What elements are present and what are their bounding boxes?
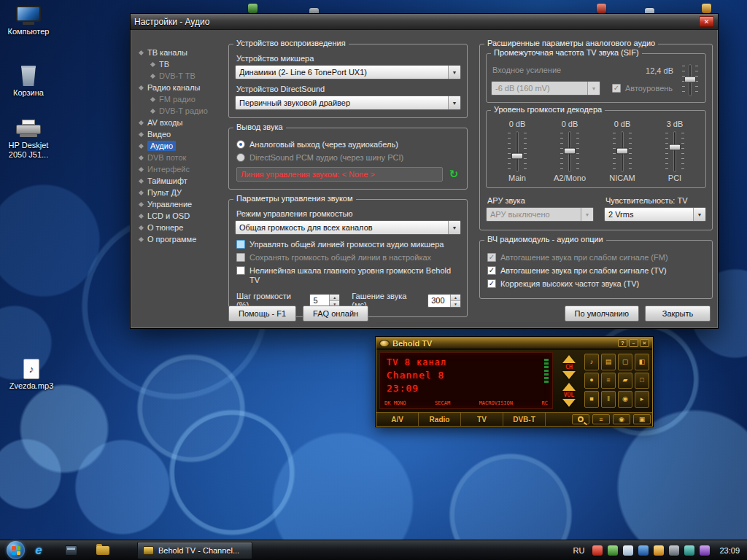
desktop-icon-zvezda-mp3[interactable]: ♪ Zvezda.mp3 xyxy=(6,359,57,391)
tree-item-remote[interactable]: Пульт ДУ xyxy=(138,187,227,198)
tab-radio[interactable]: Radio xyxy=(419,413,461,426)
teletext-button[interactable]: ▤ xyxy=(601,354,616,370)
fm-autosquelch-checkbox[interactable]: ✓ xyxy=(487,253,496,262)
tree-item-control[interactable]: Управление xyxy=(138,198,227,210)
tray-icon-1[interactable] xyxy=(592,545,603,556)
equalizer-button[interactable]: ≡ xyxy=(592,414,610,424)
tree-item-about-program[interactable]: О программе xyxy=(138,233,227,245)
decoder-slider-nicam[interactable] xyxy=(613,131,632,172)
tree-item-radio-channels[interactable]: Радио каналы xyxy=(138,82,227,93)
record-indicator-button[interactable]: ◉ xyxy=(613,414,630,424)
channel-up-button[interactable] xyxy=(562,355,576,363)
fullscreen-button[interactable]: □ xyxy=(635,373,649,389)
slider-handle[interactable] xyxy=(684,77,696,83)
player-titlebar[interactable]: Behold TV ? – ✕ xyxy=(376,338,652,349)
directsound-device-select[interactable]: Первичный звуковой драйвер ▼ xyxy=(235,96,461,110)
tree-item-av-inputs[interactable]: AV входы xyxy=(138,117,227,128)
stop-button[interactable]: ■ xyxy=(584,391,599,408)
tab-dvbt[interactable]: DVB-T xyxy=(503,413,546,426)
decoder-slider-pci[interactable] xyxy=(665,131,684,172)
tree-item-lcd-osd[interactable]: LCD и OSD xyxy=(138,210,227,222)
internet-explorer-icon[interactable]: e xyxy=(31,542,47,559)
hf-correction-checkbox[interactable]: ✓ xyxy=(487,279,496,288)
master-line-checkbox[interactable] xyxy=(236,240,245,249)
channel-down-button[interactable] xyxy=(562,371,576,379)
tree-item-video[interactable]: Видео xyxy=(138,128,227,140)
desktop-shortcut-icon[interactable] xyxy=(702,4,711,13)
window-shade-button[interactable]: ▣ xyxy=(633,414,651,424)
player-close-button[interactable]: ✕ xyxy=(640,339,649,347)
spin-up-icon[interactable]: ▲ xyxy=(330,295,339,301)
slider-handle[interactable] xyxy=(669,144,681,151)
tab-tv[interactable]: TV xyxy=(461,413,503,426)
autolevel-checkbox[interactable]: ✓ xyxy=(612,84,621,93)
analog-output-radio[interactable] xyxy=(236,140,245,149)
network-icon[interactable] xyxy=(684,545,694,556)
mixer-button[interactable]: ▰ xyxy=(618,373,632,389)
player-help-button[interactable]: ? xyxy=(618,339,627,347)
tray-icon-5[interactable] xyxy=(654,545,664,556)
tree-item-timeshift[interactable]: Таймшифт xyxy=(138,175,227,187)
player-minimize-button[interactable]: – xyxy=(629,339,638,347)
pause-button[interactable]: ‖ xyxy=(601,391,616,408)
faq-online-button[interactable]: FAQ онлайн xyxy=(303,306,368,322)
tree-item-fm-radio[interactable]: FM радио xyxy=(138,93,227,105)
playlist-button[interactable]: ≡ xyxy=(601,373,616,389)
tray-icon-2[interactable] xyxy=(608,545,618,556)
nonlinear-scale-checkbox[interactable] xyxy=(236,266,245,275)
mute-delay-spinner[interactable]: 300 ▲▼ xyxy=(427,294,461,308)
tree-item-about-tuner[interactable]: О тюнере xyxy=(138,222,227,233)
tree-item-tv[interactable]: ТВ xyxy=(138,58,227,70)
sif-gain-slider[interactable] xyxy=(682,64,698,96)
desktop-shortcut-icon[interactable] xyxy=(597,4,606,13)
slider-handle[interactable] xyxy=(616,147,628,154)
tab-av[interactable]: A/V xyxy=(376,413,419,426)
window-app-icon[interactable] xyxy=(63,542,79,559)
tray-icon-3[interactable] xyxy=(623,545,633,556)
slider-handle[interactable] xyxy=(564,147,576,154)
decoder-slider-main[interactable] xyxy=(508,131,527,172)
save-volume-checkbox[interactable] xyxy=(236,253,245,262)
desktop-icon-printer[interactable]: HP Deskjet 2050 J51... xyxy=(3,120,54,160)
desktop-icon-recycle-bin[interactable]: Корзина xyxy=(3,64,54,98)
language-indicator[interactable]: RU xyxy=(573,546,585,555)
zoom-button[interactable] xyxy=(572,414,589,424)
clock[interactable]: 23:09 xyxy=(719,546,740,555)
dialog-close-button[interactable]: ✕ xyxy=(699,16,714,27)
taskbar-button-behold-tv[interactable]: Behold TV - Channel... xyxy=(137,542,252,559)
volume-down-button[interactable] xyxy=(562,399,576,407)
tree-item-dvb-stream[interactable]: DVB поток xyxy=(138,152,227,163)
refresh-sound-line-button[interactable]: ↻ xyxy=(446,167,461,182)
help-button[interactable]: Помощь - F1 xyxy=(228,306,296,322)
sensitivity-select[interactable]: 2 Vrms ▼ xyxy=(604,207,706,222)
dialog-titlebar[interactable]: Настройки - Аудио ✕ xyxy=(131,14,718,30)
close-button[interactable]: Закрыть xyxy=(645,306,711,322)
snapshot-button[interactable]: ◉ xyxy=(618,391,632,408)
video-source-button[interactable]: ◧ xyxy=(635,354,649,370)
tray-icon-6[interactable] xyxy=(669,545,679,556)
mute-button[interactable]: ♪ xyxy=(584,354,599,370)
desktop-shortcut-icon[interactable] xyxy=(248,4,258,13)
osd-button[interactable]: ▢ xyxy=(618,354,632,370)
folder-icon[interactable] xyxy=(95,542,111,559)
start-button[interactable] xyxy=(7,541,25,559)
desktop-icon-computer[interactable]: Компьютер xyxy=(3,6,54,36)
tray-icon-4[interactable] xyxy=(638,545,649,556)
agc-select[interactable]: АРУ выключено ▼ xyxy=(486,207,594,222)
volume-mode-select[interactable]: Общая громкость для всех каналов ▼ xyxy=(235,220,461,235)
tree-item-tv-channels[interactable]: ТВ каналы xyxy=(138,47,227,58)
mixer-device-select[interactable]: Динамики (2- Line 6 TonePort UX1) ▼ xyxy=(235,65,461,79)
tree-item-audio-selected[interactable]: Аудио xyxy=(138,140,227,152)
pcm-output-radio[interactable] xyxy=(236,153,245,162)
tree-item-dvbt-tv[interactable]: DVB-T ТВ xyxy=(138,70,227,82)
record-button[interactable]: ● xyxy=(584,373,599,389)
tree-item-dvbt-radio[interactable]: DVB-T радио xyxy=(138,105,227,117)
decoder-slider-a2mono[interactable] xyxy=(560,131,579,172)
tv-autosquelch-checkbox[interactable]: ✓ xyxy=(487,266,496,275)
slider-handle[interactable] xyxy=(511,152,523,159)
defaults-button[interactable]: По умолчанию xyxy=(565,306,639,322)
input-gain-select[interactable]: -6 dB (160 mV) ▼ xyxy=(491,81,600,96)
spin-down-icon[interactable]: ▼ xyxy=(451,301,460,307)
volume-icon[interactable] xyxy=(700,545,710,556)
spin-up-icon[interactable]: ▲ xyxy=(451,295,460,301)
